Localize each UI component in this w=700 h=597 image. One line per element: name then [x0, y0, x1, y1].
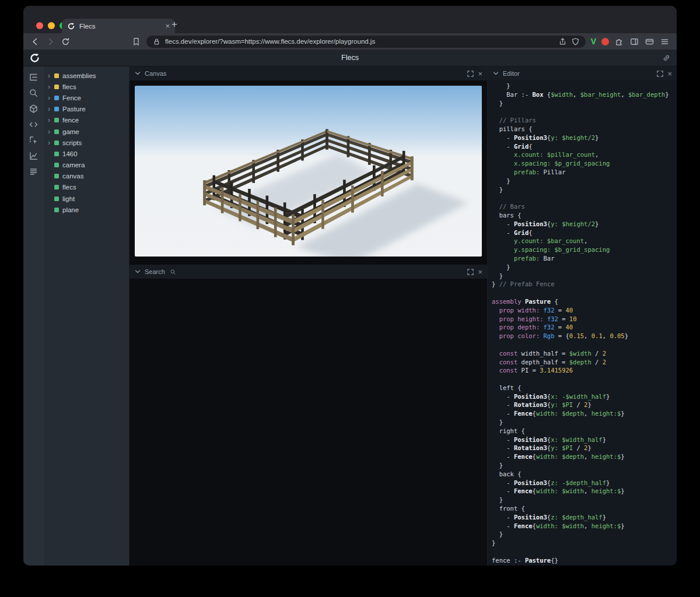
code-line: Bar :- Box {$width, $bar_height, $bar_de…	[492, 91, 677, 100]
code-line: y.spacing: $b_grid_spacing	[492, 246, 677, 255]
share-link-button[interactable]	[662, 54, 671, 62]
extension-v-button[interactable]: V	[591, 37, 596, 46]
reload-button[interactable]	[61, 37, 71, 47]
code-line: - Fence{width: $width, height:$}	[492, 522, 677, 531]
expand-panel-icon[interactable]	[467, 268, 474, 276]
code-line: }	[492, 272, 677, 281]
expand-panel-icon[interactable]	[656, 70, 664, 78]
3d-viewport[interactable]	[135, 86, 482, 257]
canvas-panel: Canvas ×	[130, 66, 487, 262]
code-line: prop width: f32 = 40	[492, 307, 677, 315]
tree-item-game[interactable]: ›game	[44, 126, 129, 137]
share-button[interactable]	[558, 37, 567, 46]
search-panel-header: Search ×	[130, 265, 487, 279]
wallet-button[interactable]	[645, 37, 654, 47]
code-line: prop depth: f32 = 40	[492, 324, 677, 332]
minimize-window-button[interactable]	[48, 22, 55, 29]
code-line: }	[492, 264, 677, 272]
code-line: - Rotation3{y: $PI / 2}	[492, 401, 677, 410]
code-line: }	[492, 531, 677, 539]
new-tab-button[interactable]: +	[172, 19, 177, 29]
canvas-body	[130, 80, 487, 262]
rows-icon[interactable]	[29, 167, 38, 177]
chevron-right-icon[interactable]: ›	[48, 94, 54, 101]
tree-item-fence[interactable]: ›fence	[44, 115, 129, 126]
menu-button[interactable]	[660, 37, 670, 47]
code-line: const width_half = $width / 2	[492, 350, 677, 359]
chevron-right-icon[interactable]: ›	[48, 117, 54, 124]
extensions-puzzle-button[interactable]	[614, 37, 624, 47]
editor-panel-title: Editor	[503, 70, 520, 77]
code-line: prefab: Bar	[492, 255, 677, 264]
tab-flecs[interactable]: Flecs ×	[62, 19, 175, 33]
code-line: right {	[492, 427, 677, 436]
tab-close-icon[interactable]: ×	[165, 22, 170, 30]
chevron-right-icon[interactable]: ›	[48, 139, 54, 146]
chevron-right-icon[interactable]: ›	[48, 106, 54, 113]
tree-item-Pasture[interactable]: ›Pasture	[44, 104, 129, 115]
bookmark-icon[interactable]	[131, 37, 141, 47]
sidebar-toggle-button[interactable]	[629, 37, 639, 47]
code-line: const depth_half = $depth / 2	[492, 359, 677, 367]
address-bar: flecs.dev/explorer/?wasm=https://www.fle…	[23, 33, 677, 50]
tree-item-label: plane	[62, 206, 79, 213]
close-panel-icon[interactable]: ×	[478, 70, 482, 78]
tab-title: Flecs	[79, 23, 161, 30]
entity-badge	[54, 163, 59, 167]
tree-item-Fence[interactable]: ›Fence	[44, 92, 129, 103]
page-title: Flecs	[23, 54, 677, 62]
chevron-right-icon[interactable]: ›	[48, 83, 54, 90]
chart-icon[interactable]	[29, 151, 38, 161]
editor-panel-header: Editor ×	[488, 66, 677, 80]
close-panel-icon[interactable]: ×	[478, 268, 482, 276]
code-line: back {	[492, 470, 677, 479]
browser-window: Flecs × + flecs.dev/explorer/?wasm=https…	[23, 6, 677, 566]
inspect-icon[interactable]	[29, 135, 38, 145]
chevron-down-icon[interactable]	[134, 70, 141, 77]
code-line: prop color: Rgb = {0.15, 0.1, 0.05}	[492, 332, 677, 341]
code-line: }	[492, 462, 677, 470]
tree-item-flecs[interactable]: flecs	[44, 182, 129, 193]
search-results-area[interactable]	[130, 279, 487, 566]
back-button[interactable]	[30, 37, 40, 47]
tree-item-canvas[interactable]: canvas	[44, 171, 129, 182]
shield-icon[interactable]	[571, 37, 580, 46]
tree-item-1460[interactable]: 1460	[44, 148, 129, 159]
close-window-button[interactable]	[36, 22, 43, 29]
code-line: - Fence{width: $depth, height:$}	[492, 453, 677, 462]
expand-panel-icon[interactable]	[467, 70, 474, 78]
tree-item-camera[interactable]: camera	[44, 160, 129, 171]
chevron-down-icon[interactable]	[134, 268, 141, 275]
code-line: }	[492, 82, 677, 91]
cube-icon[interactable]	[29, 104, 38, 114]
tree-item-assemblies[interactable]: ›assemblies	[44, 70, 129, 81]
chevron-right-icon[interactable]: ›	[48, 128, 54, 135]
search-icon[interactable]	[29, 88, 38, 98]
tree-item-label: assemblies	[62, 72, 96, 79]
code-line: - Position3{x: $width_half}	[492, 436, 677, 445]
tree-item-plane[interactable]: plane	[44, 204, 129, 215]
code-line: - Position3{y: $height/2}	[492, 220, 677, 229]
tree-item-scripts[interactable]: ›scripts	[44, 137, 129, 148]
chevron-right-icon[interactable]: ›	[48, 72, 54, 79]
module-badge	[54, 73, 59, 78]
code-line: prefab: Pillar	[492, 168, 677, 177]
lock-icon	[152, 37, 161, 46]
close-panel-icon[interactable]: ×	[667, 70, 672, 78]
code-line: x.spacing: $p_grid_spacing	[492, 160, 677, 168]
code-line: assembly Pasture {	[492, 298, 677, 307]
extension-red-button[interactable]	[601, 38, 609, 45]
code-editor[interactable]: } Bar :- Box {$width, $bar_height, $bar_…	[488, 80, 677, 566]
forward-button[interactable]	[46, 37, 55, 47]
code-icon[interactable]	[29, 120, 38, 129]
tree-icon[interactable]	[29, 72, 38, 82]
url-field[interactable]: flecs.dev/explorer/?wasm=https://www.fle…	[146, 36, 586, 48]
tree-item-light[interactable]: light	[44, 193, 129, 204]
entity-badge	[54, 208, 59, 212]
tree-item-flecs[interactable]: ›flecs	[44, 81, 129, 92]
chevron-down-icon[interactable]	[492, 70, 499, 77]
prefab-badge	[54, 107, 59, 111]
code-line	[492, 194, 677, 203]
code-line: // Bars	[492, 203, 677, 212]
entity-badge	[54, 174, 59, 178]
